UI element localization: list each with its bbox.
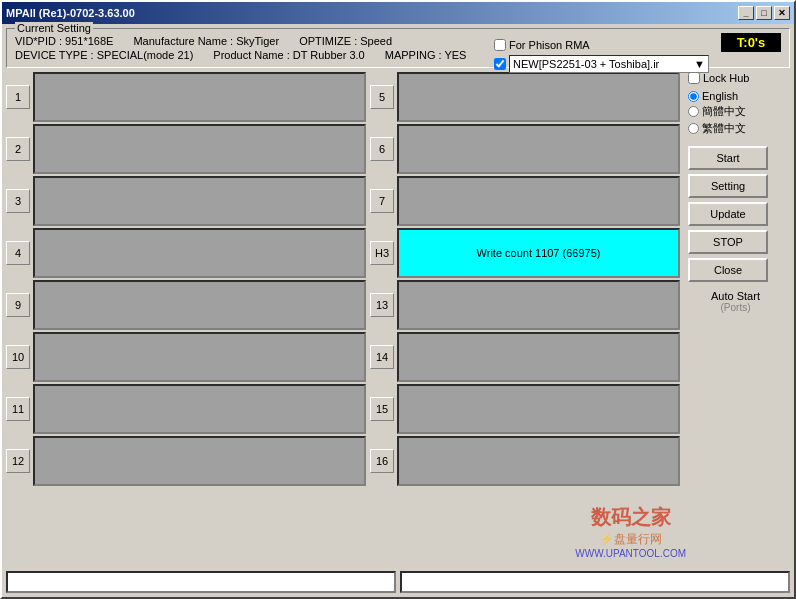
slot-button-10[interactable]: 10	[6, 345, 30, 369]
slot-row-12: 12	[6, 436, 366, 486]
slot-button-11[interactable]: 11	[6, 397, 30, 421]
setting-row-2: DEVICE TYPE : SPECIAL(mode 21) Product N…	[15, 49, 466, 61]
traditional-radio[interactable]	[688, 123, 699, 134]
mapping: MAPPING : YES	[385, 49, 467, 61]
lock-hub-checkbox[interactable]	[688, 72, 700, 84]
manufacture-name: Manufacture Name : SkyTiger	[133, 35, 279, 47]
slot-box-15	[397, 384, 680, 434]
slot-button-1[interactable]: 1	[6, 85, 30, 109]
slot-button-16[interactable]: 16	[370, 449, 394, 473]
slot-box-1	[33, 72, 366, 122]
slot-row-11: 11	[6, 384, 366, 434]
slot-box-7	[397, 176, 680, 226]
phison-rma-checkbox[interactable]	[494, 39, 506, 51]
slot-button-9[interactable]: 9	[6, 293, 30, 317]
auto-start-label: Auto Start (Ports)	[688, 290, 783, 313]
phison-rma-label: For Phison RMA	[509, 39, 590, 51]
setting-info: VID*PID : 951*168E Manufacture Name : Sk…	[15, 33, 466, 61]
slots-right-panel: 5 6 7 H3 Write count 1107 (66975)	[370, 72, 680, 567]
slot-box-10	[33, 332, 366, 382]
stop-button[interactable]: STOP	[688, 230, 768, 254]
language-radio-group: English 簡體中文 繁體中文	[688, 90, 783, 136]
slot-button-4[interactable]: 4	[6, 241, 30, 265]
simplified-label: 簡體中文	[702, 104, 746, 119]
english-radio[interactable]	[688, 91, 699, 102]
phison-rma-checkbox-row: For Phison RMA	[494, 39, 709, 51]
slot-box-6	[397, 124, 680, 174]
optimize: OPTIMIZE : Speed	[299, 35, 392, 47]
language-english-row: English	[688, 90, 783, 102]
mapping-dropdown-value: NEW[PS2251-03 + Toshiba].ir	[513, 58, 659, 70]
slot-button-5[interactable]: 5	[370, 85, 394, 109]
bottom-input-left[interactable]	[6, 571, 396, 593]
lock-hub-row: Lock Hub	[688, 72, 783, 84]
slot-box-4	[33, 228, 366, 278]
timer-value: T:0's	[737, 35, 765, 50]
slot-button-14[interactable]: 14	[370, 345, 394, 369]
mapping-checkbox[interactable]	[494, 58, 506, 70]
setting-row-1: VID*PID : 951*168E Manufacture Name : Sk…	[15, 35, 466, 47]
slot-h3-text: Write count 1107 (66975)	[477, 247, 601, 259]
slot-button-6[interactable]: 6	[370, 137, 394, 161]
update-button[interactable]: Update	[688, 202, 768, 226]
close-window-button[interactable]: ✕	[774, 6, 790, 20]
slot-button-3[interactable]: 3	[6, 189, 30, 213]
traditional-label: 繁體中文	[702, 121, 746, 136]
window-title: MPAll (Re1)-0702-3.63.00	[6, 7, 135, 19]
bottom-input-right[interactable]	[400, 571, 790, 593]
slot-row-7: 7	[370, 176, 680, 226]
slot-box-12	[33, 436, 366, 486]
slot-row-4: 4	[6, 228, 366, 278]
timer-display: T:0's	[721, 33, 781, 52]
slot-box-16	[397, 436, 680, 486]
slot-row-3: 3	[6, 176, 366, 226]
slot-box-11	[33, 384, 366, 434]
slot-row-13: 13	[370, 280, 680, 330]
right-controls-panel: Lock Hub English 簡體中文 繁體中文	[688, 72, 783, 567]
dropdown-arrow-icon[interactable]: ▼	[694, 58, 705, 70]
slot-row-1: 1	[6, 72, 366, 122]
minimize-button[interactable]: _	[738, 6, 754, 20]
language-simplified-row: 簡體中文	[688, 104, 783, 119]
lock-hub-label: Lock Hub	[703, 72, 749, 84]
slot-row-15: 15	[370, 384, 680, 434]
slot-box-h3: Write count 1107 (66975)	[397, 228, 680, 278]
slots-left-panel: 1 2 3 4	[6, 72, 366, 567]
slot-box-14	[397, 332, 680, 382]
slot-row-9: 9	[6, 280, 366, 330]
slot-box-3	[33, 176, 366, 226]
slot-row-6: 6	[370, 124, 680, 174]
slot-button-7[interactable]: 7	[370, 189, 394, 213]
slot-button-h3[interactable]: H3	[370, 241, 394, 265]
slot-box-2	[33, 124, 366, 174]
slot-button-12[interactable]: 12	[6, 449, 30, 473]
phison-rma-area: For Phison RMA NEW[PS2251-03 + Toshiba].…	[494, 39, 709, 73]
content-area: Current Setting VID*PID : 951*168E Manuf…	[2, 24, 794, 597]
start-button[interactable]: Start	[688, 146, 768, 170]
mapping-dropdown[interactable]: NEW[PS2251-03 + Toshiba].ir ▼	[509, 55, 709, 73]
slot-box-13	[397, 280, 680, 330]
vid-pid: VID*PID : 951*168E	[15, 35, 113, 47]
title-bar: MPAll (Re1)-0702-3.63.00 _ □ ✕	[2, 2, 794, 24]
slot-row-16: 16	[370, 436, 680, 486]
maximize-button[interactable]: □	[756, 6, 772, 20]
main-window: MPAll (Re1)-0702-3.63.00 _ □ ✕ Current S…	[0, 0, 796, 599]
setting-button[interactable]: Setting	[688, 174, 768, 198]
english-label: English	[702, 90, 738, 102]
auto-start-ports: (Ports)	[688, 302, 783, 313]
slot-row-5: 5	[370, 72, 680, 122]
device-type: DEVICE TYPE : SPECIAL(mode 21)	[15, 49, 193, 61]
slot-box-5	[397, 72, 680, 122]
slot-box-9	[33, 280, 366, 330]
slot-row-2: 2	[6, 124, 366, 174]
current-setting-label: Current Setting	[15, 22, 93, 34]
title-bar-buttons: _ □ ✕	[738, 6, 790, 20]
bottom-bar	[6, 571, 790, 593]
simplified-radio[interactable]	[688, 106, 699, 117]
language-traditional-row: 繁體中文	[688, 121, 783, 136]
slot-row-10: 10	[6, 332, 366, 382]
slot-button-15[interactable]: 15	[370, 397, 394, 421]
slot-button-13[interactable]: 13	[370, 293, 394, 317]
close-button[interactable]: Close	[688, 258, 768, 282]
slot-button-2[interactable]: 2	[6, 137, 30, 161]
